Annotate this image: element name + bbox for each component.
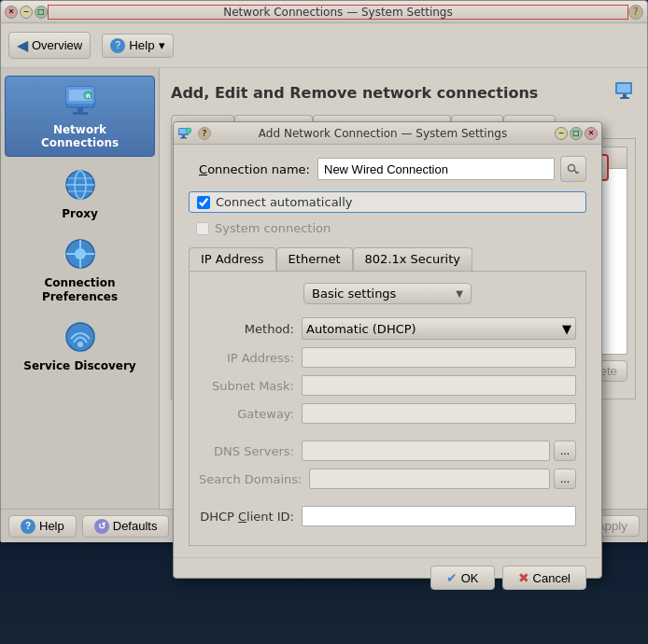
subnet-mask-row: Subnet Mask: (199, 375, 576, 396)
connection-name-input[interactable] (317, 158, 555, 180)
connection-name-row: Connection name: (189, 156, 586, 182)
key-icon (567, 162, 580, 175)
svg-point-29 (569, 165, 575, 172)
method-label: Method: (199, 322, 302, 336)
svg-point-13 (75, 248, 86, 259)
dialog-maximize-button[interactable]: □ (570, 127, 583, 140)
system-conn-row: System connection (189, 218, 586, 238)
dhcp-client-id-input[interactable] (302, 506, 576, 526)
dialog-help-icon[interactable]: ? (198, 127, 211, 140)
proxy-icon (62, 166, 99, 203)
connection-preferences-icon (62, 235, 99, 273)
help-button[interactable]: ? Help ▾ (102, 34, 173, 58)
defaults-button[interactable]: ↺ Defaults (82, 515, 170, 538)
ip-address-row: IP Address: (199, 347, 576, 368)
minimize-button[interactable]: − (20, 6, 33, 19)
gateway-row: Gateway: (199, 403, 576, 424)
help-bottom-button[interactable]: ? Help (8, 515, 77, 538)
subnet-mask-label: Subnet Mask: (199, 379, 302, 393)
help-circle-icon: ? (110, 38, 125, 53)
ok-check-icon: ✔ (446, 570, 458, 585)
search-domains-field-group: ... (309, 469, 576, 489)
svg-rect-3 (77, 107, 83, 112)
dns-servers-field-group: ... (302, 441, 576, 461)
connect-auto-row: Connect automatically (189, 191, 586, 213)
maximize-button[interactable]: □ (35, 6, 48, 19)
dialog-footer: ✔ OK ✖ Cancel (174, 557, 601, 597)
sidebar-item-network-connections[interactable]: n NetworkConnections (5, 76, 155, 157)
svg-rect-21 (617, 84, 630, 92)
inner-tab-bar: IP Address Ethernet 802.1x Security (189, 247, 586, 271)
dropdown-arrow-icon: ▼ (456, 288, 463, 299)
svg-rect-27 (180, 137, 187, 139)
svg-rect-22 (623, 94, 627, 97)
dialog-title-left: ? (177, 126, 211, 141)
key-button[interactable] (560, 156, 586, 182)
dhcp-client-id-label: DHCP Client ID: (199, 510, 302, 524)
settings-dropdown-row: Basic settings ▼ (199, 283, 576, 304)
sidebar: n NetworkConnections Proxy (1, 68, 160, 509)
dialog-minimize-button[interactable]: − (555, 127, 568, 140)
sidebar-label-proxy: Proxy (62, 207, 98, 220)
gateway-label: Gateway: (199, 407, 302, 421)
system-conn-label: System connection (215, 221, 331, 235)
inner-tab-ethernet[interactable]: Ethernet (276, 247, 353, 271)
method-dropdown-arrow-icon: ▼ (562, 322, 571, 336)
dialog-close-button[interactable]: ✕ (585, 127, 598, 140)
connect-auto-label[interactable]: Connect automatically (216, 195, 353, 209)
network-connections-icon: n (62, 82, 99, 119)
window-title: Network Connections — System Settings (48, 5, 628, 20)
method-row: Method: Automatic (DHCP) ▼ (199, 317, 576, 340)
sidebar-item-connection-preferences[interactable]: ConnectionPreferences (5, 230, 155, 309)
dns-servers-row: DNS Servers: ... (199, 441, 576, 461)
inner-tab-ip-address[interactable]: IP Address (189, 247, 276, 271)
svg-text:n: n (86, 92, 91, 100)
inner-tab-content: Basic settings ▼ Method: Automatic (DHCP… (189, 271, 586, 546)
sidebar-label-network-connections: NetworkConnections (41, 123, 119, 150)
search-domains-label: Search Domains: (199, 472, 309, 486)
dns-servers-input[interactable] (302, 441, 550, 461)
title-help-icon[interactable]: ? (628, 5, 643, 20)
ok-button[interactable]: ✔ OK (430, 566, 495, 590)
panel-icon (613, 79, 636, 105)
search-domains-row: Search Domains: ... (199, 469, 576, 489)
main-title: Add, Edit and Remove network connections (171, 79, 636, 105)
close-button[interactable]: ✕ (5, 6, 18, 19)
search-domains-button[interactable]: ... (554, 469, 576, 489)
sidebar-item-service-discovery[interactable]: Service Discovery (5, 313, 155, 378)
dialog-title-text: Add Network Connection — System Settings (211, 127, 555, 140)
dialog-title-right: − □ ✕ (555, 127, 598, 140)
add-connection-dialog: ? Add Network Connection — System Settin… (173, 121, 602, 579)
sidebar-label-service-discovery: Service Discovery (23, 359, 135, 372)
ip-address-label: IP Address: (199, 351, 302, 365)
dialog-icon (177, 126, 192, 141)
gateway-input[interactable] (302, 403, 576, 424)
sidebar-item-proxy[interactable]: Proxy (5, 161, 155, 226)
sidebar-label-connection-preferences: ConnectionPreferences (42, 276, 118, 303)
svg-point-28 (186, 128, 191, 133)
overview-button[interactable]: ◀ Overview (8, 32, 91, 59)
connect-auto-checkbox[interactable] (197, 196, 210, 209)
method-select[interactable]: Automatic (DHCP) ▼ (302, 317, 576, 340)
subnet-mask-input[interactable] (302, 375, 576, 396)
connection-name-label: Connection name: (189, 162, 310, 176)
defaults-icon: ↺ (94, 519, 109, 534)
toolbar: ◀ Overview ? Help ▾ (1, 23, 647, 68)
titlebar-buttons: ✕ − □ (5, 6, 48, 19)
system-conn-checkbox[interactable] (196, 222, 209, 235)
settings-dropdown[interactable]: Basic settings ▼ (303, 283, 472, 304)
help-dropdown-arrow-icon: ▾ (159, 38, 165, 52)
search-domains-input[interactable] (309, 469, 550, 489)
cancel-button[interactable]: ✖ Cancel (502, 566, 586, 590)
help-bottom-icon: ? (21, 519, 35, 534)
dns-servers-button[interactable]: ... (554, 441, 576, 461)
service-discovery-icon (62, 318, 99, 356)
svg-rect-23 (620, 97, 629, 99)
main-titlebar: ✕ − □ Network Connections — System Setti… (1, 1, 647, 23)
svg-point-19 (77, 342, 83, 347)
cancel-x-icon: ✖ (518, 570, 529, 585)
ip-address-input[interactable] (302, 347, 576, 368)
inner-tab-8021x[interactable]: 802.1x Security (353, 247, 472, 271)
svg-rect-4 (73, 112, 88, 115)
back-arrow-icon: ◀ (17, 36, 28, 54)
